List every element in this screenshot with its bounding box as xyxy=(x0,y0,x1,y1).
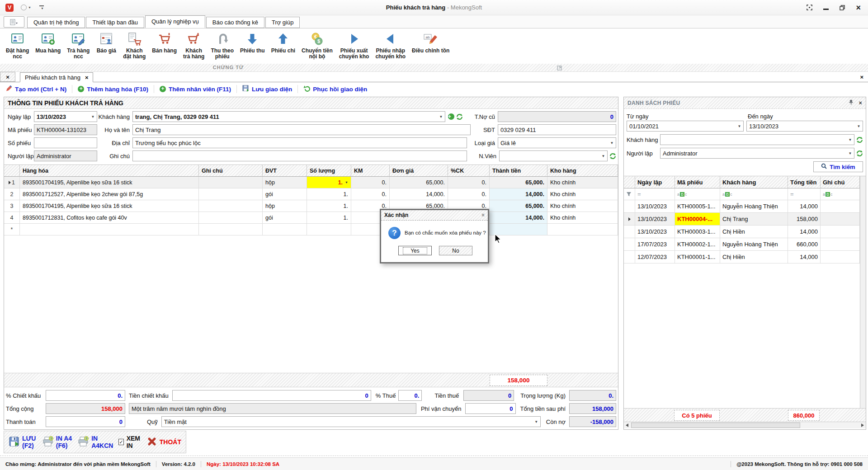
ribbon-thu-theo-phieu[interactable]: Thu theophiếu xyxy=(208,30,237,64)
cell-date[interactable]: 13/10/2023 xyxy=(635,213,675,226)
cell-warehouse[interactable]: Kho chính xyxy=(547,177,618,188)
khach-hang-combobox[interactable]: trang, Chị Trang, 0329 029 411 ▼ xyxy=(132,111,445,122)
row-marker[interactable]: 3 xyxy=(4,200,20,212)
row-marker[interactable] xyxy=(624,251,635,263)
ho-va-ten-input[interactable]: Chị Trang xyxy=(132,124,471,135)
cell-date[interactable]: 13/10/2023 xyxy=(635,200,675,213)
ribbon-mua-hang[interactable]: Mua hàng xyxy=(32,30,64,64)
menu-tab-quan-ly-nghiep-vu[interactable]: Quản lý nghiệp vụ xyxy=(145,15,205,28)
cell-unit[interactable]: gói xyxy=(263,212,307,224)
cell-customer[interactable]: Chị Hiền xyxy=(720,226,788,238)
sdt-input[interactable]: 0329 029 411 xyxy=(498,124,616,135)
filter-row-icon-cell[interactable] xyxy=(624,188,635,200)
close-all-tabs-button[interactable]: × xyxy=(0,72,15,82)
sp-nguoi-lap-combobox[interactable]: Administrator▼ xyxy=(660,148,854,159)
chevron-down-icon[interactable]: ▼ xyxy=(438,112,444,121)
new-row-marker[interactable]: * xyxy=(4,224,20,235)
cell-unit[interactable] xyxy=(263,224,307,235)
cell-note[interactable] xyxy=(821,200,860,213)
ribbon-khach-dat-hang[interactable]: Kháchđặt hàng xyxy=(120,30,149,64)
cell-name[interactable] xyxy=(20,224,199,235)
chevron-down-icon[interactable]: ▼ xyxy=(855,122,862,131)
menu-tab-quan-tri-he-thong[interactable]: Quản trị hệ thống xyxy=(27,17,85,28)
refresh-customer-icon[interactable] xyxy=(456,113,463,120)
chevron-down-icon[interactable]: ▼ xyxy=(847,135,854,144)
col-don-gia[interactable]: Đơn giá xyxy=(390,164,448,177)
chevron-down-icon[interactable]: ▼ xyxy=(609,138,615,147)
filter-note[interactable]: aBc xyxy=(821,188,860,200)
chevron-down-icon[interactable]: ▼ xyxy=(600,151,607,160)
tabstrip-close-icon[interactable]: × xyxy=(860,72,863,82)
scroll-right-icon[interactable] xyxy=(861,423,864,427)
cell-name[interactable]: 8935001704195, Alpenlibe kẹo sữa 16 stic… xyxy=(20,200,199,212)
app-menu-button[interactable] xyxy=(4,16,24,28)
cell-total[interactable]: 158,000 xyxy=(788,213,821,226)
cell-qty[interactable]: 1.▼ xyxy=(307,177,351,188)
ribbon-bao-gia[interactable]: Báo giá xyxy=(93,30,120,64)
chevron-down-icon[interactable]: ▼ xyxy=(90,112,96,121)
den-ngay-datepicker[interactable]: 13/10/2023▼ xyxy=(746,121,863,132)
vertical-scrollbar[interactable] xyxy=(860,176,866,408)
minimize-button[interactable] xyxy=(823,5,829,10)
refresh-icon[interactable] xyxy=(856,136,863,143)
cell-code[interactable]: KTH00002-1... xyxy=(675,238,720,251)
row-marker[interactable] xyxy=(624,200,635,213)
scroll-left-icon[interactable] xyxy=(626,423,628,427)
save-layout-button[interactable]: Lưu giao diện xyxy=(242,85,292,93)
cell-total[interactable]: 14,000. xyxy=(490,188,547,200)
ribbon-khach-tra-hang[interactable]: Kháchtrả hàng xyxy=(180,30,208,64)
ribbon-dieu-chinh-ton[interactable]: ab Điều chỉnh tồn xyxy=(409,30,453,64)
chevron-down-icon[interactable]: ▼ xyxy=(533,417,540,426)
checkbox-checked-icon[interactable]: ✓ xyxy=(118,439,123,445)
col-ghi-chu[interactable]: Ghi chú xyxy=(821,176,860,188)
exit-button[interactable]: THOÁT xyxy=(147,437,181,448)
row-marker[interactable]: 1 xyxy=(4,177,20,188)
cell-total[interactable]: 14,000 xyxy=(788,251,821,263)
col-ma-phieu[interactable]: Mã phiếu xyxy=(675,176,720,188)
refresh-staff-icon[interactable] xyxy=(609,153,616,160)
search-button[interactable]: Tìm kiếm xyxy=(813,161,863,172)
phi-van-chuyen-input[interactable]: 0 xyxy=(465,403,516,414)
chiet-khau-pct-input[interactable]: 0. xyxy=(46,390,125,401)
col-so-luong[interactable]: Số lượng xyxy=(307,164,351,177)
n-vien-combobox[interactable]: ▼ xyxy=(499,150,608,161)
quick-access-icon[interactable] xyxy=(21,5,27,10)
quy-combobox[interactable]: Tiền mặt ▼ xyxy=(161,416,541,427)
cell-date[interactable]: 12/07/2023 xyxy=(635,251,675,263)
row-marker[interactable] xyxy=(624,238,635,251)
chevron-down-icon[interactable]: ▼ xyxy=(736,122,743,131)
cell-date[interactable]: 17/07/2023 xyxy=(635,238,675,251)
print-a4kcn-button[interactable]: ? IN A4KCN xyxy=(78,435,113,449)
row-marker[interactable] xyxy=(624,226,635,238)
col-khach-hang[interactable]: Khách hàng xyxy=(720,176,788,188)
cell-customer[interactable]: Nguyễn Hoàng Thiện xyxy=(720,238,788,251)
cell-code[interactable]: KTH00001-1... xyxy=(675,251,720,263)
print-a4-button[interactable]: ? IN A4 (F6) xyxy=(42,435,72,449)
menu-tab-bao-cao-thong-ke[interactable]: Báo cáo thống kê xyxy=(206,17,264,28)
ribbon-group-expand-icon[interactable] xyxy=(557,65,562,72)
cell-note[interactable] xyxy=(199,224,263,235)
col-thanh-tien[interactable]: Thành tiền xyxy=(490,164,547,177)
cell-code[interactable]: KTH00003-1... xyxy=(675,226,720,238)
save-button[interactable]: LƯU (F2) xyxy=(9,435,37,449)
add-staff-button[interactable]: + Thêm nhân viên (F11) xyxy=(160,86,231,93)
cell-note[interactable] xyxy=(199,177,263,188)
cell-warehouse[interactable]: Kho chính xyxy=(547,212,618,224)
filter-customer[interactable]: aBc xyxy=(720,188,788,200)
cell-note[interactable] xyxy=(199,212,263,224)
cell-total[interactable]: 14,000 xyxy=(788,200,821,213)
tab-close-icon[interactable]: × xyxy=(85,74,89,81)
cell-warehouse[interactable]: Kho chính xyxy=(547,200,618,212)
cell-total[interactable]: 14,000. xyxy=(490,212,547,224)
tu-ngay-datepicker[interactable]: 01/10/2021▼ xyxy=(627,121,744,132)
col-hang-hoa[interactable]: Hàng hóa xyxy=(20,164,199,177)
panel-close-icon[interactable]: × xyxy=(859,100,862,106)
toolbar-customize-icon[interactable]: ▼ xyxy=(39,5,44,10)
cell-km[interactable]: 0. xyxy=(351,188,390,200)
dia-chi-input[interactable]: Trường tiểu học phúc lộc xyxy=(132,137,467,148)
cell-warehouse[interactable] xyxy=(547,224,618,235)
horizontal-scrollbar[interactable] xyxy=(624,422,866,428)
filter-code[interactable]: aBc xyxy=(675,188,720,200)
xem-in-checkbox[interactable]: ✓ XEM IN xyxy=(118,435,141,449)
row-marker[interactable]: 2 xyxy=(4,188,20,200)
